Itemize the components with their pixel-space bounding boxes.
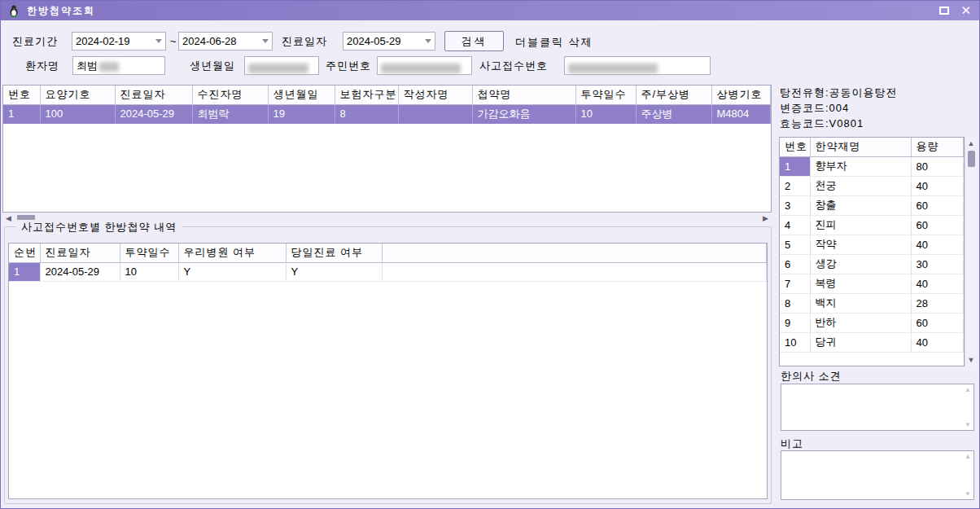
table-cell[interactable]: 3 bbox=[780, 195, 810, 215]
patient-name-input[interactable]: 최범 bbox=[72, 56, 165, 75]
table-cell[interactable]: 30 bbox=[911, 254, 964, 274]
table-cell[interactable]: 진피 bbox=[810, 215, 911, 235]
column-header[interactable]: 요양기호 bbox=[40, 86, 115, 104]
remarks-textarea[interactable]: ▲ ▼ bbox=[781, 450, 974, 500]
period-to-select[interactable]: 2024-06-28 bbox=[178, 32, 273, 50]
table-cell[interactable]: Y bbox=[178, 262, 286, 281]
close-button[interactable]: ✕ bbox=[960, 1, 971, 20]
column-header[interactable]: 순번 bbox=[9, 244, 40, 262]
column-header[interactable]: 보험자구분 bbox=[335, 86, 398, 104]
resident-number-input[interactable] bbox=[377, 56, 472, 75]
table-row[interactable]: 1향부자80 bbox=[780, 156, 964, 176]
table-cell[interactable]: 1 bbox=[9, 262, 40, 281]
table-row[interactable]: 12024-05-2910YY bbox=[9, 262, 767, 281]
accident-number-input[interactable] bbox=[564, 56, 711, 75]
table-cell[interactable]: 주상병 bbox=[636, 104, 711, 123]
table-cell[interactable]: 향부자 bbox=[810, 156, 911, 176]
column-header[interactable]: 투약일수 bbox=[575, 86, 636, 104]
table-cell[interactable]: 7 bbox=[780, 274, 810, 293]
table-cell[interactable]: 10 bbox=[575, 104, 636, 123]
table-cell[interactable]: 5 bbox=[780, 235, 810, 254]
column-header[interactable]: 첩약명 bbox=[472, 86, 575, 104]
column-header[interactable]: 번호 bbox=[3, 86, 40, 104]
table-cell[interactable]: 천궁 bbox=[810, 176, 911, 195]
table-cell[interactable]: 당귀 bbox=[810, 332, 911, 352]
table-cell[interactable]: 2 bbox=[780, 176, 810, 195]
column-header[interactable]: 수진자명 bbox=[192, 86, 268, 104]
table-cell[interactable]: 가감오화음 bbox=[472, 104, 575, 123]
table-cell[interactable]: 생강 bbox=[810, 254, 911, 274]
table-row[interactable]: 8백지28 bbox=[780, 293, 964, 313]
table-cell[interactable]: 복령 bbox=[810, 274, 911, 293]
table-row[interactable]: 5작약40 bbox=[780, 235, 964, 254]
table-cell[interactable]: 60 bbox=[911, 313, 964, 332]
table-cell[interactable]: M4804 bbox=[711, 104, 771, 123]
table-cell[interactable]: 9 bbox=[780, 313, 810, 332]
column-header[interactable]: 진료일자 bbox=[115, 86, 192, 104]
table-cell[interactable]: 4 bbox=[780, 215, 810, 235]
column-header[interactable]: 한약재명 bbox=[810, 138, 911, 156]
table-cell[interactable] bbox=[382, 262, 767, 281]
table-cell[interactable]: 28 bbox=[911, 293, 964, 313]
table-cell[interactable]: 80 bbox=[911, 156, 964, 176]
table-row[interactable]: 6생강30 bbox=[780, 254, 964, 274]
column-header[interactable]: 상병기호 bbox=[711, 86, 771, 104]
maximize-button[interactable] bbox=[939, 7, 949, 15]
scroll-left-icon[interactable]: ◀ bbox=[6, 214, 11, 223]
table-cell[interactable]: 반하 bbox=[810, 313, 911, 332]
scroll-down-icon: ▼ bbox=[965, 490, 971, 498]
column-header[interactable]: 용량 bbox=[911, 138, 964, 156]
visit-date-select[interactable]: 2024-05-29 bbox=[343, 32, 435, 50]
table-cell[interactable]: 60 bbox=[911, 215, 964, 235]
table-cell[interactable]: 40 bbox=[911, 274, 964, 293]
column-header[interactable]: 당일진료 여부 bbox=[286, 244, 382, 262]
table-cell[interactable]: 8 bbox=[780, 293, 810, 313]
scroll-right-icon[interactable]: ▶ bbox=[763, 214, 768, 223]
table-cell[interactable]: 1 bbox=[3, 104, 40, 123]
table-cell[interactable]: 창출 bbox=[810, 195, 911, 215]
table-row[interactable]: 3창출60 bbox=[780, 195, 964, 215]
table-cell[interactable]: 10 bbox=[120, 262, 178, 281]
table-cell[interactable]: 40 bbox=[911, 235, 964, 254]
title-bar[interactable]: 한방첩약조회 ✕ bbox=[1, 1, 979, 20]
table-row[interactable]: 11002024-05-29최범락198가감오화음10주상병M4804 bbox=[3, 104, 771, 123]
table-cell[interactable] bbox=[398, 104, 472, 123]
birth-date-input[interactable] bbox=[244, 56, 319, 75]
table-cell[interactable]: 최범락 bbox=[192, 104, 268, 123]
table-cell[interactable]: Y bbox=[286, 262, 382, 281]
search-button[interactable]: 검색 bbox=[444, 31, 504, 51]
table-cell[interactable]: 2024-05-29 bbox=[40, 262, 120, 281]
table-cell[interactable]: 8 bbox=[335, 104, 398, 123]
column-header[interactable]: 진료일자 bbox=[40, 244, 120, 262]
table-row[interactable]: 4진피60 bbox=[780, 215, 964, 235]
table-cell[interactable]: 40 bbox=[911, 176, 964, 195]
table-row[interactable]: 9반하60 bbox=[780, 313, 964, 332]
column-header[interactable]: 번호 bbox=[780, 138, 810, 156]
column-header[interactable]: 우리병원 여부 bbox=[178, 244, 286, 262]
table-cell[interactable]: 10 bbox=[780, 332, 810, 352]
table-cell[interactable]: 100 bbox=[40, 104, 115, 123]
table-cell[interactable]: 1 bbox=[780, 156, 810, 176]
period-from-select[interactable]: 2024-02-19 bbox=[72, 32, 166, 50]
column-header[interactable]: 생년월일 bbox=[268, 86, 335, 104]
accident-herbal-groupbox: 사고접수번호별 한방첩약 내역 순번진료일자투약일수우리병원 여부당일진료 여부… bbox=[4, 226, 772, 504]
table-cell[interactable]: 40 bbox=[911, 332, 964, 352]
vertical-scrollbar[interactable]: ▲ ▼ bbox=[965, 137, 977, 366]
scroll-down-icon[interactable]: ▼ bbox=[965, 356, 977, 364]
table-cell[interactable]: 60 bbox=[911, 195, 964, 215]
table-row[interactable]: 7복령40 bbox=[780, 274, 964, 293]
column-header[interactable]: 투약일수 bbox=[120, 244, 178, 262]
table-row[interactable]: 10당귀40 bbox=[780, 332, 964, 352]
column-header[interactable] bbox=[382, 244, 767, 262]
table-cell[interactable]: 6 bbox=[780, 254, 810, 274]
scroll-up-icon[interactable]: ▲ bbox=[965, 139, 977, 147]
scrollbar-thumb[interactable] bbox=[968, 151, 975, 167]
table-cell[interactable]: 2024-05-29 bbox=[115, 104, 192, 123]
column-header[interactable]: 작성자명 bbox=[398, 86, 472, 104]
table-cell[interactable]: 19 bbox=[268, 104, 335, 123]
column-header[interactable]: 주/부상병 bbox=[636, 86, 711, 104]
table-cell[interactable]: 백지 bbox=[810, 293, 911, 313]
doctor-opinion-textarea[interactable]: ▲ ▼ bbox=[781, 384, 974, 431]
table-cell[interactable]: 작약 bbox=[810, 235, 911, 254]
table-row[interactable]: 2천궁40 bbox=[780, 176, 964, 195]
